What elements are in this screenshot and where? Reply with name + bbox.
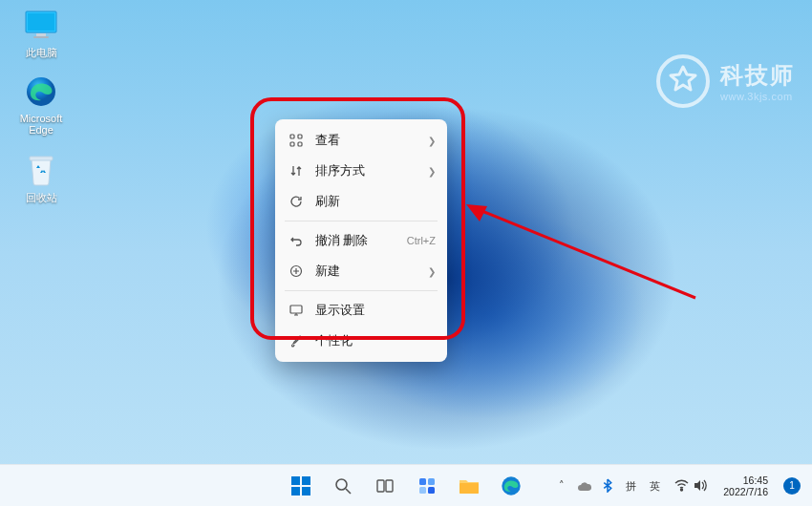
svg-rect-18 <box>302 487 310 495</box>
ime-line2: 英 <box>650 480 660 492</box>
watermark-title: 科技师 <box>720 60 795 91</box>
menu-separator <box>285 290 438 291</box>
display-icon <box>287 304 306 317</box>
watermark: 科技师 www.3kjs.com <box>655 53 795 109</box>
ime-indicator[interactable]: 拼 <box>620 465 642 507</box>
svg-rect-23 <box>428 478 435 485</box>
bluetooth-icon <box>603 478 612 493</box>
taskbar-clock[interactable]: 16:45 2022/7/16 <box>716 465 776 507</box>
grid-icon <box>287 134 306 147</box>
tray-bluetooth-button[interactable] <box>597 465 618 507</box>
monitor-icon <box>24 8 58 42</box>
menu-item-label: 刷新 <box>315 194 436 210</box>
svg-rect-24 <box>419 487 426 494</box>
svg-rect-26 <box>459 483 479 494</box>
search-icon <box>333 476 353 495</box>
windows-icon <box>290 475 311 496</box>
taskbar-widgets-button[interactable] <box>410 469 444 503</box>
svg-rect-5 <box>30 157 53 160</box>
desktop-icon-this-pc[interactable]: 此电脑 <box>10 8 73 60</box>
watermark-url: www.3kjs.com <box>720 91 795 102</box>
svg-rect-3 <box>33 36 49 38</box>
plus-circle-icon <box>287 264 306 278</box>
menu-item-refresh[interactable]: 刷新 <box>275 186 447 217</box>
ime-mode-indicator[interactable]: 英 <box>644 465 666 507</box>
svg-rect-20 <box>377 480 384 492</box>
taskbar: ˄ 拼 英 16:45 2022/7/16 1 <box>0 464 812 506</box>
svg-rect-17 <box>291 487 300 495</box>
svg-rect-21 <box>386 480 393 492</box>
taskbar-center-icons <box>284 469 528 503</box>
notification-count: 1 <box>789 480 795 491</box>
svg-point-14 <box>658 56 708 106</box>
menu-item-view[interactable]: 查看 ❯ <box>275 125 447 156</box>
menu-item-label: 显示设置 <box>315 303 436 319</box>
ime-line1: 拼 <box>626 480 636 492</box>
desktop-context-menu: 查看 ❯ 排序方式 ❯ 刷新 撤消 删除 Ctrl+Z 新建 ❯ 显示设置 个性… <box>275 119 447 362</box>
wifi-icon <box>672 479 691 492</box>
chevron-right-icon: ❯ <box>428 266 436 277</box>
chevron-up-icon: ˄ <box>559 479 565 492</box>
menu-item-personalize[interactable]: 个性化 <box>275 326 447 356</box>
desktop-icon-edge[interactable]: Microsoft Edge <box>10 74 73 136</box>
svg-rect-7 <box>298 135 302 138</box>
desktop-icon-recycle-bin[interactable]: 回收站 <box>10 153 73 205</box>
watermark-logo-icon <box>655 53 711 109</box>
recycle-bin-icon <box>24 153 58 187</box>
menu-item-label: 查看 <box>315 133 428 149</box>
taskbar-edge-button[interactable] <box>494 469 528 503</box>
edge-icon <box>501 475 522 496</box>
notification-badge[interactable]: 1 <box>783 477 801 495</box>
desktop-icon-label: 回收站 <box>26 191 57 205</box>
refresh-icon <box>287 195 306 208</box>
svg-point-28 <box>680 489 682 491</box>
chevron-right-icon: ❯ <box>428 166 436 177</box>
undo-icon <box>287 234 306 247</box>
svg-rect-2 <box>36 33 46 36</box>
menu-item-undo-delete[interactable]: 撤消 删除 Ctrl+Z <box>275 225 447 256</box>
desktop-icon-label: 此电脑 <box>26 46 57 60</box>
tray-overflow-button[interactable]: ˄ <box>551 465 572 507</box>
chevron-right-icon: ❯ <box>428 136 436 146</box>
svg-rect-15 <box>291 476 300 485</box>
file-explorer-icon <box>459 476 480 495</box>
svg-rect-25 <box>428 487 435 494</box>
task-view-icon <box>375 476 395 495</box>
taskbar-search-button[interactable] <box>326 469 360 503</box>
menu-item-sort[interactable]: 排序方式 ❯ <box>275 156 447 186</box>
svg-rect-1 <box>28 13 54 31</box>
menu-item-label: 撤消 删除 <box>315 233 407 249</box>
svg-rect-22 <box>419 478 426 485</box>
cloud-icon <box>577 480 592 492</box>
menu-separator <box>285 221 438 221</box>
widgets-icon <box>417 476 437 495</box>
svg-rect-6 <box>290 135 294 138</box>
clock-date: 2022/7/16 <box>723 486 768 497</box>
clock-time: 16:45 <box>723 474 768 486</box>
taskbar-task-view-button[interactable] <box>368 469 402 503</box>
tray-onedrive-button[interactable] <box>574 465 595 507</box>
menu-item-new[interactable]: 新建 ❯ <box>275 256 447 286</box>
svg-rect-9 <box>298 142 302 146</box>
system-tray: ˄ 拼 英 16:45 2022/7/16 1 <box>551 465 806 506</box>
menu-item-shortcut: Ctrl+Z <box>407 235 436 246</box>
menu-item-display-settings[interactable]: 显示设置 <box>275 295 447 326</box>
volume-icon <box>691 479 710 492</box>
menu-item-label: 排序方式 <box>315 163 428 179</box>
menu-item-label: 个性化 <box>315 333 436 349</box>
edge-icon <box>24 74 58 109</box>
taskbar-explorer-button[interactable] <box>452 469 486 503</box>
svg-point-19 <box>336 479 347 490</box>
svg-rect-11 <box>290 306 302 313</box>
svg-rect-8 <box>290 142 294 146</box>
start-button[interactable] <box>284 469 318 503</box>
brush-icon <box>287 334 306 348</box>
sort-icon <box>287 164 306 178</box>
desktop-icon-label: Microsoft Edge <box>10 113 73 136</box>
svg-rect-16 <box>302 476 310 485</box>
menu-item-label: 新建 <box>315 264 428 280</box>
tray-network-volume-group[interactable] <box>668 465 714 507</box>
